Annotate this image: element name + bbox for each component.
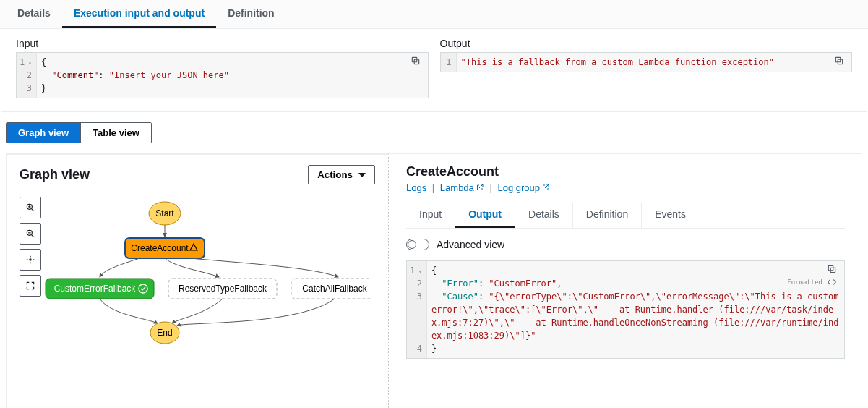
node-catchall-label: CatchAllFallback (302, 284, 367, 294)
input-label: Input (16, 38, 429, 49)
stab-events[interactable]: Events (642, 203, 699, 228)
external-link-icon (541, 183, 550, 194)
zoom-out-icon[interactable] (20, 223, 41, 245)
external-link-icon (476, 183, 484, 194)
link-log-group[interactable]: Log group (497, 182, 550, 193)
graph-header: Graph view Actions (20, 165, 375, 184)
node-reserved-label: ReservedTypeFallback (179, 284, 267, 294)
stab-details[interactable]: Details (515, 203, 573, 228)
graph-panel: Graph view Actions Start (6, 154, 389, 408)
copy-icon[interactable] (827, 264, 840, 277)
actions-label: Actions (317, 169, 353, 180)
actions-button[interactable]: Actions (308, 165, 375, 184)
tab-details[interactable]: Details (6, 0, 62, 28)
chevron-down-icon (358, 173, 366, 177)
advanced-view-row: Advanced view (406, 239, 845, 250)
code-line: } (431, 342, 840, 355)
svg-point-11 (30, 259, 31, 260)
line-number: 1 (20, 56, 32, 69)
zoom-in-icon[interactable] (20, 197, 41, 218)
line-number: 2 (20, 69, 32, 82)
fullscreen-icon[interactable] (20, 275, 41, 297)
step-links: Logs | Lambda | Log group (406, 182, 845, 194)
code-line: "Error": "CustomError", (431, 277, 840, 290)
code-format-icon[interactable] (827, 277, 837, 289)
code-line: } (41, 82, 424, 95)
state-machine-graph[interactable]: Start CreateAccount CustomErrorFallback … (24, 199, 371, 351)
tab-definition[interactable]: Definition (216, 0, 286, 28)
view-toggle-row: Graph view Table view (0, 112, 868, 153)
node-start-label: Start (155, 208, 174, 218)
separator: | (432, 182, 434, 193)
output-col: Output 1 "This is a fallback from a cust… (440, 38, 853, 98)
center-icon[interactable] (20, 249, 41, 271)
tab-exec-io[interactable]: Execution input and output (62, 0, 216, 28)
code-line: { (431, 264, 840, 277)
input-col: Input 1 2 3 { "Comment": "Insert your JS… (16, 38, 429, 98)
svg-line-9 (32, 235, 34, 237)
formatted-label: Formatted (787, 279, 822, 286)
io-row: Input 1 2 3 { "Comment": "Insert your JS… (1, 29, 867, 112)
graph-title: Graph view (20, 167, 90, 182)
stab-input[interactable]: Input (406, 203, 455, 228)
detail-sub-tabs: Input Output Details Definition Events (406, 203, 845, 229)
stab-output[interactable]: Output (455, 203, 515, 228)
line-number: 3 (20, 82, 32, 95)
view-toggle: Graph view Table view (6, 122, 152, 143)
stab-definition[interactable]: Definition (573, 203, 642, 228)
copy-icon[interactable] (834, 56, 847, 69)
step-output-code: 1 2 3 4 { "Error": "CustomError", "Cause… (406, 260, 845, 359)
output-code[interactable]: "This is a fallback from a custom Lambda… (457, 53, 852, 72)
advanced-view-label: Advanced view (437, 239, 504, 250)
step-title: CreateAccount (406, 164, 845, 179)
exec-top-tabs: Details Execution input and output Defin… (0, 0, 868, 29)
separator: | (489, 182, 491, 193)
node-custom-label: CustomErrorFallback (54, 284, 137, 294)
code-line: "This is a fallback from a custom Lambda… (461, 56, 848, 69)
table-view-button[interactable]: Table view (80, 123, 151, 143)
input-code[interactable]: { "Comment": "Insert your JSON here" } (37, 53, 428, 98)
advanced-view-toggle[interactable] (406, 239, 429, 250)
svg-line-5 (32, 209, 34, 211)
graph-view-button[interactable]: Graph view (7, 123, 80, 143)
main-split: Graph view Actions Start (6, 153, 862, 408)
node-create-account-label: CreateAccount (131, 243, 189, 253)
output-code-box: 1 "This is a fallback from a custom Lamb… (440, 52, 853, 72)
code-line: { (41, 56, 424, 69)
line-number: 1 (410, 264, 422, 277)
output-gutter: 1 (441, 53, 457, 72)
node-end-label: End (157, 328, 172, 338)
input-code-box: 1 2 3 { "Comment": "Insert your JSON her… (16, 52, 429, 98)
line-number: 4 (410, 342, 422, 355)
line-number: 3 (410, 290, 422, 303)
detail-panel: CreateAccount Logs | Lambda | Log group … (389, 154, 862, 408)
output-label: Output (440, 38, 853, 49)
graph-toolbar (20, 197, 41, 297)
line-number: 1 (444, 56, 452, 69)
copy-icon[interactable] (411, 56, 424, 69)
line-number: 2 (410, 277, 422, 290)
code-line: "Cause": "{\"errorType\":\"CustomError\"… (431, 290, 840, 342)
step-output-gutter: 1 2 3 4 (407, 261, 427, 358)
link-logs[interactable]: Logs (406, 182, 426, 193)
link-lambda[interactable]: Lambda (440, 182, 484, 193)
code-line: "Comment": "Insert your JSON here" (41, 69, 424, 82)
step-output-body[interactable]: { "Error": "CustomError", "Cause": "{\"e… (427, 261, 844, 358)
input-gutter: 1 2 3 (17, 53, 37, 98)
